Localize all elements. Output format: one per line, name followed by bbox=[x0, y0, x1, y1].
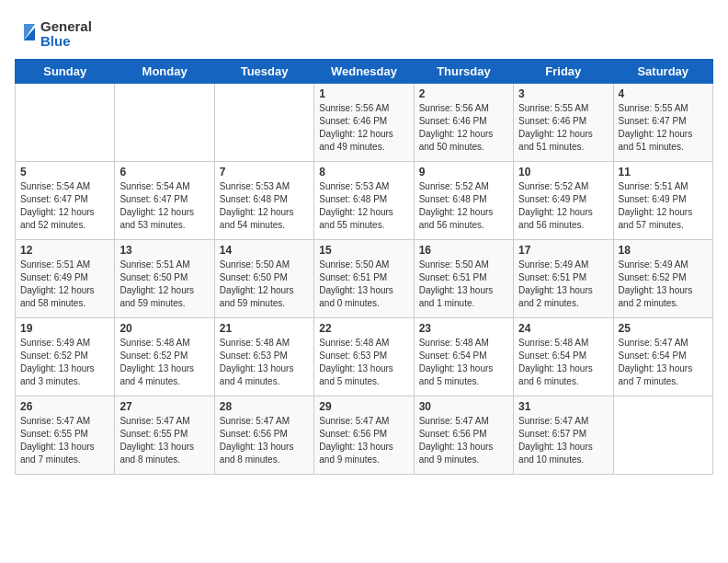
day-number: 2 bbox=[419, 87, 508, 100]
header-friday: Friday bbox=[514, 60, 613, 84]
calendar-cell: 27Sunrise: 5:47 AM Sunset: 6:55 PM Dayli… bbox=[115, 396, 214, 475]
day-info: Sunrise: 5:51 AM Sunset: 6:50 PM Dayligh… bbox=[119, 259, 209, 310]
calendar-cell: 24Sunrise: 5:48 AM Sunset: 6:54 PM Dayli… bbox=[514, 318, 613, 396]
calendar-cell: 28Sunrise: 5:47 AM Sunset: 6:56 PM Dayli… bbox=[214, 396, 313, 475]
header-tuesday: Tuesday bbox=[214, 60, 313, 84]
calendar-cell: 18Sunrise: 5:49 AM Sunset: 6:52 PM Dayli… bbox=[613, 240, 712, 318]
calendar-cell bbox=[16, 84, 115, 162]
day-info: Sunrise: 5:51 AM Sunset: 6:49 PM Dayligh… bbox=[20, 259, 109, 310]
day-info: Sunrise: 5:47 AM Sunset: 6:56 PM Dayligh… bbox=[319, 415, 408, 466]
day-info: Sunrise: 5:47 AM Sunset: 6:55 PM Dayligh… bbox=[119, 415, 209, 466]
day-number: 3 bbox=[518, 87, 608, 100]
day-number: 20 bbox=[119, 322, 209, 335]
day-info: Sunrise: 5:47 AM Sunset: 6:55 PM Dayligh… bbox=[20, 415, 109, 466]
calendar-cell: 31Sunrise: 5:47 AM Sunset: 6:57 PM Dayli… bbox=[514, 396, 613, 475]
calendar-cell: 6Sunrise: 5:54 AM Sunset: 6:47 PM Daylig… bbox=[115, 162, 214, 240]
day-info: Sunrise: 5:48 AM Sunset: 6:53 PM Dayligh… bbox=[319, 337, 408, 388]
day-number: 17 bbox=[518, 244, 608, 257]
week-row-3: 19Sunrise: 5:49 AM Sunset: 6:52 PM Dayli… bbox=[16, 318, 713, 396]
calendar-cell: 9Sunrise: 5:52 AM Sunset: 6:48 PM Daylig… bbox=[414, 162, 513, 240]
header-wednesday: Wednesday bbox=[314, 60, 414, 84]
calendar-cell: 2Sunrise: 5:56 AM Sunset: 6:46 PM Daylig… bbox=[414, 84, 513, 162]
calendar-cell: 8Sunrise: 5:53 AM Sunset: 6:48 PM Daylig… bbox=[314, 162, 414, 240]
day-info: Sunrise: 5:56 AM Sunset: 6:46 PM Dayligh… bbox=[419, 102, 508, 154]
calendar-cell: 17Sunrise: 5:49 AM Sunset: 6:51 PM Dayli… bbox=[514, 240, 613, 318]
day-info: Sunrise: 5:53 AM Sunset: 6:48 PM Dayligh… bbox=[220, 180, 309, 232]
day-info: Sunrise: 5:52 AM Sunset: 6:48 PM Dayligh… bbox=[419, 180, 508, 232]
week-row-2: 12Sunrise: 5:51 AM Sunset: 6:49 PM Dayli… bbox=[16, 240, 713, 318]
day-info: Sunrise: 5:55 AM Sunset: 6:46 PM Dayligh… bbox=[518, 102, 608, 154]
day-number: 1 bbox=[319, 87, 408, 100]
day-info: Sunrise: 5:49 AM Sunset: 6:52 PM Dayligh… bbox=[20, 337, 109, 388]
logo-svg: GeneralBlue bbox=[15, 15, 97, 52]
day-number: 18 bbox=[619, 244, 708, 257]
calendar-cell: 5Sunrise: 5:54 AM Sunset: 6:47 PM Daylig… bbox=[16, 162, 115, 240]
day-info: Sunrise: 5:53 AM Sunset: 6:48 PM Dayligh… bbox=[319, 180, 408, 232]
calendar-cell: 25Sunrise: 5:47 AM Sunset: 6:54 PM Dayli… bbox=[613, 318, 712, 396]
calendar-cell bbox=[115, 84, 214, 162]
day-number: 13 bbox=[119, 244, 209, 257]
calendar-cell: 23Sunrise: 5:48 AM Sunset: 6:54 PM Dayli… bbox=[414, 318, 513, 396]
day-number: 23 bbox=[419, 322, 508, 335]
header-saturday: Saturday bbox=[613, 60, 712, 84]
day-number: 28 bbox=[220, 400, 309, 413]
day-info: Sunrise: 5:54 AM Sunset: 6:47 PM Dayligh… bbox=[119, 180, 209, 232]
day-number: 24 bbox=[518, 322, 608, 335]
page-header: GeneralBlue bbox=[15, 15, 713, 52]
week-row-0: 1Sunrise: 5:56 AM Sunset: 6:46 PM Daylig… bbox=[16, 84, 713, 162]
day-number: 5 bbox=[20, 166, 109, 178]
svg-text:General: General bbox=[40, 18, 92, 34]
calendar-header-row: SundayMondayTuesdayWednesdayThursdayFrid… bbox=[16, 60, 713, 84]
day-number: 16 bbox=[419, 244, 508, 257]
calendar-cell bbox=[214, 84, 313, 162]
calendar-cell bbox=[613, 396, 712, 475]
calendar-cell: 4Sunrise: 5:55 AM Sunset: 6:47 PM Daylig… bbox=[613, 84, 712, 162]
day-info: Sunrise: 5:47 AM Sunset: 6:56 PM Dayligh… bbox=[220, 415, 309, 466]
calendar-cell: 22Sunrise: 5:48 AM Sunset: 6:53 PM Dayli… bbox=[314, 318, 414, 396]
calendar-cell: 13Sunrise: 5:51 AM Sunset: 6:50 PM Dayli… bbox=[115, 240, 214, 318]
calendar-cell: 12Sunrise: 5:51 AM Sunset: 6:49 PM Dayli… bbox=[16, 240, 115, 318]
day-info: Sunrise: 5:49 AM Sunset: 6:52 PM Dayligh… bbox=[619, 259, 708, 310]
day-number: 29 bbox=[319, 400, 408, 413]
day-info: Sunrise: 5:50 AM Sunset: 6:51 PM Dayligh… bbox=[419, 259, 508, 310]
day-number: 26 bbox=[20, 400, 109, 413]
day-number: 12 bbox=[20, 244, 109, 257]
day-number: 22 bbox=[319, 322, 408, 335]
day-number: 19 bbox=[20, 322, 109, 335]
day-info: Sunrise: 5:48 AM Sunset: 6:54 PM Dayligh… bbox=[518, 337, 608, 388]
week-row-1: 5Sunrise: 5:54 AM Sunset: 6:47 PM Daylig… bbox=[16, 162, 713, 240]
calendar-cell: 15Sunrise: 5:50 AM Sunset: 6:51 PM Dayli… bbox=[314, 240, 414, 318]
day-number: 9 bbox=[419, 166, 508, 178]
calendar-cell: 19Sunrise: 5:49 AM Sunset: 6:52 PM Dayli… bbox=[16, 318, 115, 396]
calendar-cell: 20Sunrise: 5:48 AM Sunset: 6:52 PM Dayli… bbox=[115, 318, 214, 396]
header-thursday: Thursday bbox=[414, 60, 513, 84]
calendar-cell: 3Sunrise: 5:55 AM Sunset: 6:46 PM Daylig… bbox=[514, 84, 613, 162]
day-number: 15 bbox=[319, 244, 408, 257]
day-info: Sunrise: 5:55 AM Sunset: 6:47 PM Dayligh… bbox=[619, 102, 708, 154]
calendar-cell: 29Sunrise: 5:47 AM Sunset: 6:56 PM Dayli… bbox=[314, 396, 414, 475]
calendar-cell: 14Sunrise: 5:50 AM Sunset: 6:50 PM Dayli… bbox=[214, 240, 313, 318]
day-info: Sunrise: 5:48 AM Sunset: 6:54 PM Dayligh… bbox=[419, 337, 508, 388]
day-info: Sunrise: 5:51 AM Sunset: 6:49 PM Dayligh… bbox=[619, 180, 708, 232]
day-number: 8 bbox=[319, 166, 408, 178]
calendar-cell: 21Sunrise: 5:48 AM Sunset: 6:53 PM Dayli… bbox=[214, 318, 313, 396]
calendar-cell: 10Sunrise: 5:52 AM Sunset: 6:49 PM Dayli… bbox=[514, 162, 613, 240]
day-info: Sunrise: 5:48 AM Sunset: 6:53 PM Dayligh… bbox=[220, 337, 309, 388]
header-sunday: Sunday bbox=[16, 60, 115, 84]
calendar-cell: 30Sunrise: 5:47 AM Sunset: 6:56 PM Dayli… bbox=[414, 396, 513, 475]
day-number: 27 bbox=[119, 400, 209, 413]
day-number: 6 bbox=[119, 166, 209, 178]
svg-text:Blue: Blue bbox=[40, 33, 71, 49]
day-number: 21 bbox=[220, 322, 309, 335]
calendar-table: SundayMondayTuesdayWednesdayThursdayFrid… bbox=[15, 59, 713, 475]
calendar-cell: 26Sunrise: 5:47 AM Sunset: 6:55 PM Dayli… bbox=[16, 396, 115, 475]
calendar-cell: 7Sunrise: 5:53 AM Sunset: 6:48 PM Daylig… bbox=[214, 162, 313, 240]
day-info: Sunrise: 5:48 AM Sunset: 6:52 PM Dayligh… bbox=[119, 337, 209, 388]
day-info: Sunrise: 5:50 AM Sunset: 6:50 PM Dayligh… bbox=[220, 259, 309, 310]
day-number: 25 bbox=[619, 322, 708, 335]
calendar-cell: 16Sunrise: 5:50 AM Sunset: 6:51 PM Dayli… bbox=[414, 240, 513, 318]
day-number: 30 bbox=[419, 400, 508, 413]
day-info: Sunrise: 5:54 AM Sunset: 6:47 PM Dayligh… bbox=[20, 180, 109, 232]
day-info: Sunrise: 5:49 AM Sunset: 6:51 PM Dayligh… bbox=[518, 259, 608, 310]
day-info: Sunrise: 5:47 AM Sunset: 6:57 PM Dayligh… bbox=[518, 415, 608, 466]
